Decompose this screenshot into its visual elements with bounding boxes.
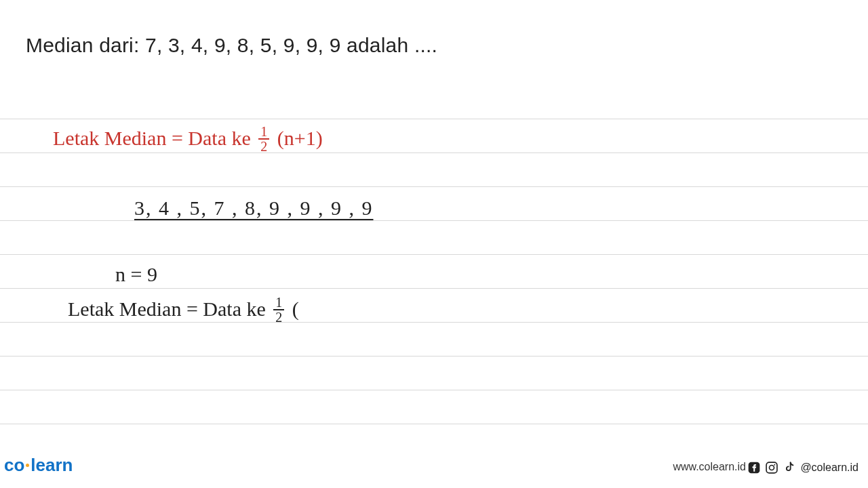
text: Letak Median = xyxy=(68,298,203,320)
footer: colearn www.colearn.id @colearn.id xyxy=(0,455,868,476)
text: Data ke xyxy=(203,298,271,320)
fraction-half: 12 xyxy=(258,125,269,153)
logo-dot-icon xyxy=(26,464,29,467)
formula-median-line2: Letak Median = Data ke 12 ( xyxy=(68,297,299,325)
denominator: 2 xyxy=(258,140,269,153)
numerator: 1 xyxy=(273,296,284,310)
numerator: 1 xyxy=(258,125,269,140)
text: ( xyxy=(287,298,299,320)
tiktok-icon xyxy=(783,461,796,474)
svg-point-3 xyxy=(774,464,776,466)
social-handle: @colearn.id xyxy=(800,462,859,474)
svg-point-2 xyxy=(770,466,774,470)
text: (n+1) xyxy=(272,127,322,149)
svg-rect-1 xyxy=(766,462,777,473)
fraction-half: 12 xyxy=(273,296,284,324)
sorted-values: 3, 4 , 5, 7 , 8, 9 , 9 , 9 , 9 xyxy=(134,197,374,219)
text: Data ke xyxy=(188,127,256,149)
text: Letak Median = xyxy=(53,127,188,149)
question-text: Median dari: 7, 3, 4, 9, 8, 5, 9, 9, 9 a… xyxy=(26,34,437,57)
social-group: @colearn.id xyxy=(747,461,859,474)
n-value: n = 9 xyxy=(115,263,157,286)
logo-left: co xyxy=(4,455,24,475)
logo-right: learn xyxy=(31,455,73,475)
facebook-icon xyxy=(747,461,761,474)
denominator: 2 xyxy=(273,310,284,324)
brand-logo: colearn xyxy=(4,455,73,476)
instagram-icon xyxy=(765,461,778,474)
formula-median-lhs: Letak Median = Data ke 12 (n+1) xyxy=(53,126,323,155)
sorted-data: 3, 4 , 5, 7 , 8, 9 , 9 , 9 , 9 xyxy=(134,197,374,220)
website-url: www.colearn.id xyxy=(673,461,746,473)
